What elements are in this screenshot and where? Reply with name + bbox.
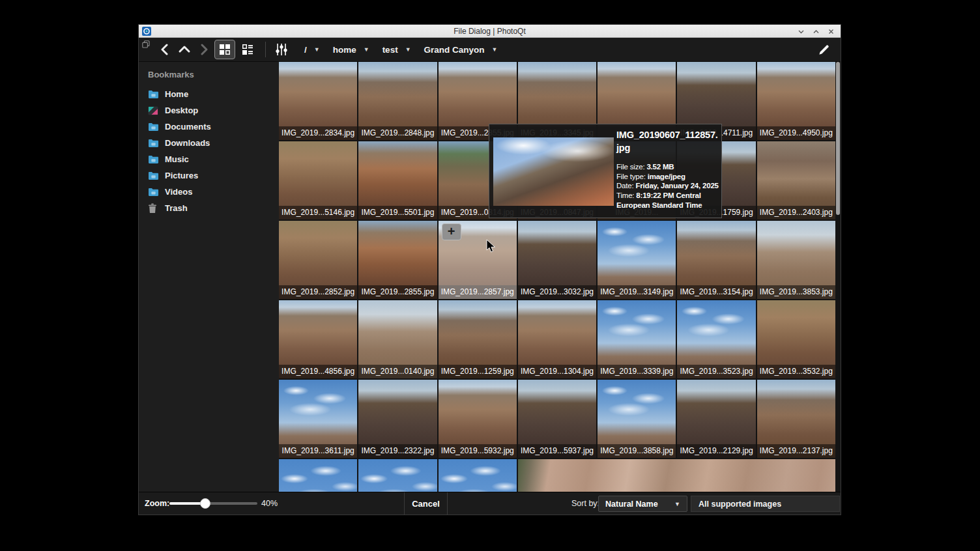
thumbnail-filename: IMG_2019...3154.jpg [677,285,755,299]
breadcrumb-label: home [333,45,356,55]
back-button[interactable] [156,41,174,58]
thumbnail-filename: IMG_2019...3149.jpg [598,285,676,299]
zoom-slider-handle[interactable] [200,498,210,509]
thumbnail-cell[interactable]: IMG_2019...3032.jpg [518,221,596,299]
bookmark-label: Documents [165,122,211,132]
thumbnail-cell[interactable] [358,459,437,492]
thumbnail-cell[interactable]: IMG_2019...4950.jpg [757,62,835,140]
toolbar-separator [265,42,266,57]
thumbnail-cell[interactable]: IMG_2019...0140.jpg [358,300,437,378]
thumbnail-cell[interactable]: IMG_2019...5146.jpg [279,141,357,219]
thumbnail-filename: IMG_2019...2322.jpg [358,444,437,458]
bookmark-label: Music [165,154,189,164]
bookmark-trash[interactable]: Trash [139,200,279,216]
thumbnail-cell[interactable]: IMG_2019...3339.jpg [598,300,676,378]
music-folder-icon [148,154,159,165]
bookmarks-header: Bookmarks [139,70,279,79]
downloads-folder-icon [148,138,159,148]
breadcrumb-label: Grand Canyon [424,45,485,55]
thumbnail-cell[interactable]: IMG_2019...3858.jpg [598,380,676,458]
thumbnail-cell[interactable] [518,459,835,492]
breadcrumb-segment-grand-canyon[interactable]: Grand Canyon▼ [424,45,498,55]
thumbnail-cell[interactable]: IMG_2019...5932.jpg [439,380,517,458]
grid-view-icon [219,44,231,55]
thumbnail-cell[interactable]: IMG_2019...2137.jpg [757,380,835,458]
bookmarks-list: HomeDesktopDocumentsDownloadsMusicPictur… [139,86,279,216]
zoom-slider[interactable] [169,502,257,505]
tooltip-text: IMG_20190607_112857.jpg File size: 3.52 … [616,128,719,210]
thumbnail-cell[interactable]: IMG_2019...2322.jpg [358,380,437,458]
bookmark-music[interactable]: Music [139,151,279,167]
thumbnail-cell[interactable] [279,459,357,492]
grid-view-button[interactable] [214,40,235,59]
chevron-down-icon[interactable]: ▼ [492,46,498,53]
bookmark-label: Desktop [165,106,198,115]
detach-window-icon[interactable] [142,39,150,51]
bookmark-home[interactable]: Home [139,86,279,102]
bookmark-pictures[interactable]: Pictures [139,167,279,184]
thumbnail-cell[interactable]: IMG_2019...3853.jpg [757,221,835,299]
sort-dropdown[interactable]: Natural Name ▼ [598,496,687,512]
chevron-down-icon[interactable]: ▼ [314,46,320,53]
thumbnail-filename: IMG_2019...2848.jpg [358,126,437,140]
settings-sliders-button[interactable] [271,40,292,59]
thumbnail-cell[interactable]: IMG_2019...3149.jpg [598,221,676,299]
tooltip-field: File type: image/jpeg [616,172,719,182]
thumbnail-cell[interactable]: IMG_2019...2852.jpg [279,221,357,299]
thumbnail-cell[interactable]: IMG_2019...3154.jpg [677,221,755,299]
chevron-down-icon: ▼ [674,501,680,507]
breadcrumb-segment-home[interactable]: home▼ [333,45,369,55]
bookmark-documents[interactable]: Documents [139,119,279,135]
thumbnail-cell[interactable]: IMG_2019...2129.jpg [677,380,755,458]
thumbnail-cell[interactable]: IMG_2019...2848.jpg [358,62,437,140]
bookmark-videos[interactable]: Videos [139,184,279,200]
breadcrumb-segment-root[interactable]: /▼ [304,45,320,55]
minimize-icon[interactable] [797,27,805,36]
bookmark-downloads[interactable]: Downloads [139,135,279,151]
thumbnail-cell[interactable]: IMG_2019...2403.jpg [757,141,835,219]
file-filter[interactable]: All supported images [691,496,840,512]
edit-pencil-button[interactable] [814,41,833,58]
close-icon[interactable] [827,27,835,36]
titlebar[interactable]: File Dialog | PhotoQt [139,25,841,38]
scrollbar-thumb[interactable] [836,62,840,215]
main-area: Bookmarks HomeDesktopDocumentsDownloadsM… [139,62,841,492]
breadcrumb-segment-test[interactable]: test▼ [382,45,411,55]
forward-button[interactable] [195,41,213,58]
thumbnail-cell[interactable]: IMG_2019...2855.jpg [358,221,437,299]
bookmark-label: Trash [165,203,188,213]
file-info-tooltip: IMG_20190607_112857.jpg File size: 3.52 … [489,124,722,218]
thumbnail-cell[interactable] [439,459,517,492]
scrollbar[interactable] [835,62,841,492]
bookmark-label: Home [165,89,188,99]
pictures-folder-icon [148,171,159,181]
thumbnail-cell[interactable]: IMG_2019...3532.jpg [757,300,835,378]
tooltip-preview-image [493,137,614,206]
maximize-icon[interactable] [812,27,820,36]
thumbnail-cell[interactable]: IMG_2019...2857.jpg+ [439,221,517,299]
thumbnail-filename: IMG_2019...4950.jpg [757,126,835,140]
thumbnail-cell[interactable]: IMG_2019...4856.jpg [279,300,357,378]
thumbnail-cell[interactable]: IMG_2019...3611.jpg [279,380,357,458]
thumbnail-cell[interactable]: IMG_2019...5937.jpg [518,380,596,458]
sliders-icon [275,43,288,56]
thumbnail-cell[interactable]: IMG_2019...2834.jpg [279,62,357,140]
thumbnail-filename: IMG_2019...0140.jpg [358,365,437,378]
cancel-button[interactable]: Cancel [405,492,447,515]
breadcrumb: /▼ home▼ test▼ Grand Canyon▼ [304,45,498,55]
thumbnail-cell[interactable]: IMG_2019...5501.jpg [358,141,437,219]
chevron-down-icon[interactable]: ▼ [364,46,369,53]
documents-folder-icon [148,122,159,132]
chevron-down-icon[interactable]: ▼ [405,46,411,53]
thumbnail-filename: IMG_2019...2855.jpg [358,285,437,299]
thumbnail-cell[interactable]: IMG_2019...1304.jpg [518,300,596,378]
statusbar-separator [447,492,448,515]
bookmark-desktop[interactable]: Desktop [139,102,279,119]
thumbnail-cell[interactable]: IMG_2019...3523.jpg [677,300,755,378]
up-button[interactable] [175,41,194,58]
thumbnail-cell[interactable]: IMG_2019...1259.jpg [439,300,517,378]
thumbnail-plus-button[interactable]: + [442,223,461,240]
zoom-value: 40% [261,492,278,515]
window-controls [797,25,835,38]
list-view-button[interactable] [237,40,258,59]
